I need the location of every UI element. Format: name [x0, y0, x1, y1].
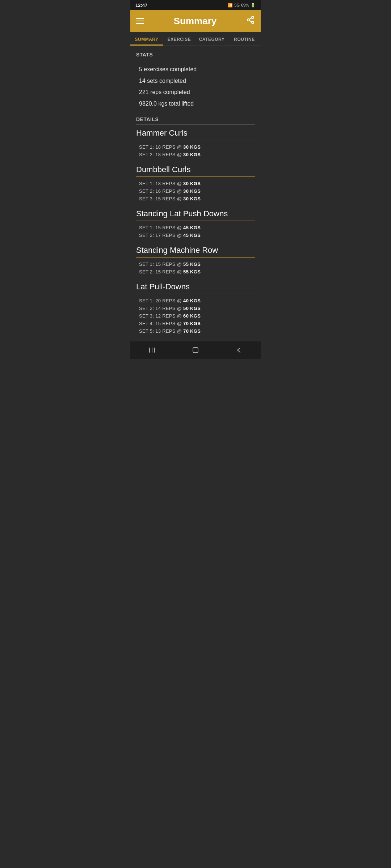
- exercise-name-hammer-curls: Hammer Curls: [136, 128, 255, 140]
- set-row: SET 3: 15 REPS @ 30 KGS: [136, 195, 255, 203]
- svg-line-4: [249, 18, 252, 20]
- nav-back-button[interactable]: [228, 346, 250, 354]
- exercise-dumbbell-curls: Dumbbell Curls SET 1: 18 REPS @ 30 KGS S…: [136, 165, 255, 203]
- exercise-standing-lat-push-downs: Standing Lat Push Downs SET 1: 15 REPS @…: [136, 209, 255, 239]
- tab-category[interactable]: CATEGORY: [196, 32, 228, 46]
- set-row: SET 2: 15 REPS @ 55 KGS: [136, 268, 255, 276]
- nav-recents-button[interactable]: [141, 346, 163, 354]
- battery-icon: 🔋: [251, 3, 256, 8]
- stats-section: STATS 5 exercises completed 14 sets comp…: [136, 52, 255, 109]
- stat-reps: 221 reps completed: [136, 86, 255, 98]
- exercise-lat-pull-downs: Lat Pull-Downs SET 1: 20 REPS @ 40 KGS S…: [136, 282, 255, 335]
- tab-exercise[interactable]: EXERCISE: [163, 32, 196, 46]
- tab-routine[interactable]: ROUTINE: [228, 32, 261, 46]
- svg-line-3: [249, 21, 252, 22]
- set-row: SET 2: 16 REPS @ 30 KGS: [136, 187, 255, 195]
- set-row: SET 5: 13 REPS @ 70 KGS: [136, 327, 255, 335]
- app-bar: Summary: [130, 10, 261, 32]
- signal-icon: 5G: [234, 3, 240, 7]
- nav-bar: [130, 341, 261, 359]
- exercise-name-lat-pull-downs: Lat Pull-Downs: [136, 282, 255, 294]
- status-time: 12:47: [135, 3, 147, 8]
- set-row: SET 1: 15 REPS @ 55 KGS: [136, 260, 255, 268]
- page-title: Summary: [174, 16, 217, 27]
- set-row: SET 3: 12 REPS @ 60 KGS: [136, 312, 255, 320]
- svg-rect-8: [193, 348, 198, 353]
- set-row: SET 2: 18 REPS @ 30 KGS: [136, 151, 255, 158]
- set-row: SET 1: 18 REPS @ 30 KGS: [136, 180, 255, 187]
- main-content: STATS 5 exercises completed 14 sets comp…: [130, 46, 261, 335]
- exercise-hammer-curls: Hammer Curls SET 1: 18 REPS @ 30 KGS SET…: [136, 128, 255, 158]
- tab-bar: SUMMARY EXERCISE CATEGORY ROUTINE: [130, 32, 261, 46]
- set-row: SET 1: 20 REPS @ 40 KGS: [136, 297, 255, 305]
- exercise-name-dumbbell-curls: Dumbbell Curls: [136, 165, 255, 177]
- exercise-name-standing-lat-push-downs: Standing Lat Push Downs: [136, 209, 255, 221]
- menu-button[interactable]: [136, 18, 144, 24]
- exercise-name-standing-machine-row: Standing Machine Row: [136, 246, 255, 258]
- set-row: SET 1: 18 REPS @ 30 KGS: [136, 143, 255, 151]
- tab-summary[interactable]: SUMMARY: [130, 32, 163, 46]
- set-row: SET 1: 15 REPS @ 45 KGS: [136, 224, 255, 231]
- stats-header: STATS: [136, 52, 255, 60]
- set-row: SET 2: 14 REPS @ 50 KGS: [136, 305, 255, 312]
- stat-weight: 9820.0 kgs total lifted: [136, 98, 255, 110]
- nav-home-button[interactable]: [185, 346, 206, 354]
- bluetooth-icon: 📶: [228, 3, 233, 8]
- exercise-standing-machine-row: Standing Machine Row SET 1: 15 REPS @ 55…: [136, 246, 255, 276]
- share-button[interactable]: [246, 16, 255, 26]
- battery-level: 69%: [241, 3, 249, 7]
- set-row: SET 2: 17 REPS @ 45 KGS: [136, 231, 255, 239]
- set-row: SET 4: 15 REPS @ 70 KGS: [136, 320, 255, 327]
- status-bar: 12:47 📶 5G 69% 🔋: [130, 0, 261, 10]
- stat-exercises: 5 exercises completed: [136, 64, 255, 75]
- status-icons: 📶 5G 69% 🔋: [228, 3, 256, 8]
- details-header: DETAILS: [136, 116, 255, 125]
- stat-sets: 14 sets completed: [136, 75, 255, 87]
- details-section: DETAILS Hammer Curls SET 1: 18 REPS @ 30…: [136, 116, 255, 335]
